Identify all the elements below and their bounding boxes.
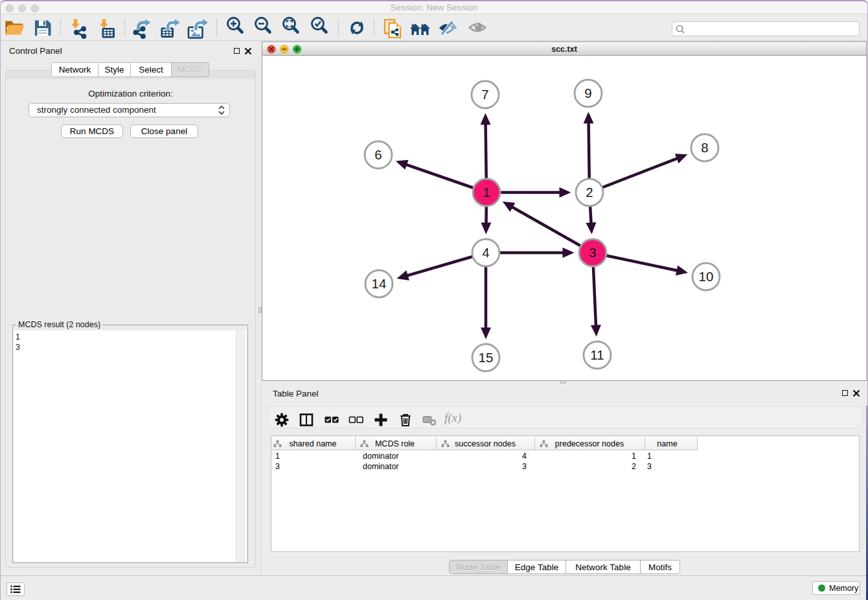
svg-text:9: 9 bbox=[584, 86, 591, 100]
svg-text:10: 10 bbox=[699, 269, 714, 284]
svg-text:14: 14 bbox=[372, 276, 387, 291]
svg-text:11: 11 bbox=[590, 347, 604, 362]
svg-text:1: 1 bbox=[483, 185, 490, 200]
svg-text:4: 4 bbox=[482, 245, 489, 260]
svg-text:6: 6 bbox=[374, 147, 382, 162]
svg-text:3: 3 bbox=[589, 245, 596, 260]
svg-text:2: 2 bbox=[586, 185, 593, 200]
svg-text:15: 15 bbox=[479, 350, 494, 365]
svg-text:7: 7 bbox=[481, 87, 488, 102]
svg-text:8: 8 bbox=[701, 140, 708, 155]
